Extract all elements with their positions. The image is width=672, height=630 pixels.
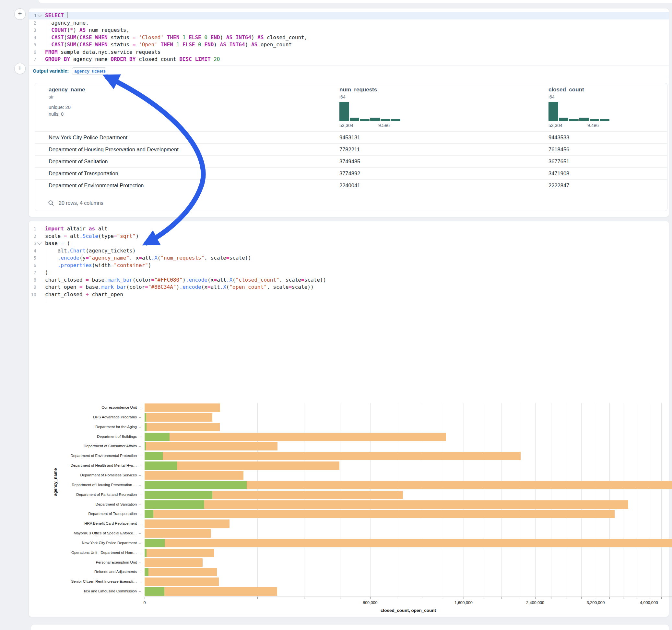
token: scale)) [229, 255, 251, 261]
text-cursor [67, 12, 67, 18]
y-tick [139, 476, 141, 476]
divider [29, 77, 669, 77]
code-line[interactable]: 4 CAST(SUM(CASE WHEN status = 'Closed' T… [29, 34, 669, 42]
token: (x [208, 277, 214, 283]
table-cell: 2240041 [339, 179, 360, 192]
token: chart_open [45, 284, 79, 290]
add-cell-button[interactable]: + [14, 8, 26, 20]
code-line[interactable]: 7GROUP BY agency_name ORDER BY closed_co… [29, 56, 669, 63]
code-line[interactable]: 2scale = alt.Scale(type="sqrt") [29, 233, 669, 240]
token: CAST [51, 42, 64, 48]
x-tick-label: 1,600,000 [455, 601, 473, 605]
token: status [107, 34, 133, 41]
sql-code-editor[interactable]: 1SELECT 2 agency_name,3 COUNT(*) AS num_… [29, 8, 669, 69]
stat-line: unique: 20 [49, 104, 85, 111]
token [136, 42, 139, 48]
chevron-down-icon[interactable] [37, 13, 42, 17]
add-cell-button[interactable]: + [14, 63, 26, 74]
token: (agency_tickets) [86, 248, 136, 254]
gridline [421, 403, 421, 597]
token: ) [136, 233, 139, 239]
output-variable-badge[interactable]: agency_tickets [72, 67, 106, 75]
x-tick [483, 597, 483, 599]
token: (type [98, 233, 114, 239]
column-header[interactable]: agency_namestrunique: 20nulls: 0 [49, 87, 85, 118]
code-line[interactable]: 5 CAST(SUM(CASE WHEN status = 'Open' THE… [29, 41, 669, 49]
x-tick [145, 597, 145, 599]
column-type: str [49, 94, 85, 99]
y-tick [139, 408, 141, 408]
token: = [114, 233, 117, 239]
category-label: Department of Homeless Services [80, 473, 137, 477]
code-line[interactable]: 10chart_closed + chart_open [29, 291, 669, 298]
code-line[interactable]: 1import altair as alt [29, 225, 669, 233]
table-cell: Department of Sanitation [49, 155, 108, 168]
code-line[interactable]: 3 COUNT(*) AS num_requests, [29, 27, 669, 34]
code-text: FROM sample_data.nyc.service_requests [42, 49, 161, 56]
code-line[interactable]: 3base = ( [29, 240, 669, 247]
token: ) [148, 262, 151, 268]
column-histogram [339, 102, 401, 121]
histogram-bar [370, 118, 380, 121]
token [92, 34, 95, 41]
token [179, 34, 183, 41]
code-line[interactable]: 9chart_open = base.mark_bar(color="#8BC3… [29, 284, 669, 291]
table-cell: 3774892 [339, 168, 360, 179]
code-line[interactable]: 5 .encode(y="agency_name", x=alt.X("num_… [29, 255, 669, 262]
category-label: Department of Sanitation [96, 502, 137, 506]
code-line[interactable]: 4 alt.Chart(agency_tickets) [29, 247, 669, 255]
table-row[interactable]: Department of Housing Preservation and D… [35, 143, 667, 155]
table-row[interactable]: Department of Sanitation37494853677651 [35, 155, 667, 168]
y-tick [139, 524, 141, 524]
code-line[interactable]: 2 agency_name, [29, 20, 669, 27]
token [45, 34, 51, 41]
code-line[interactable]: 8chart_closed = base.mark_bar(color="#FF… [29, 276, 669, 284]
code-text: import altair as alt [42, 225, 107, 233]
y-tick [139, 591, 141, 592]
previous-cell-edge [39, 0, 672, 3]
token [179, 42, 183, 48]
x-tick [397, 597, 397, 599]
token: ( [67, 27, 70, 33]
y-tick [139, 485, 141, 485]
token [208, 34, 211, 41]
token: scale)) [304, 277, 326, 283]
table-row[interactable]: New York City Police Department945313194… [35, 131, 667, 144]
python-code-editor[interactable]: 1import altair as alt2scale = alt.Scale(… [29, 221, 669, 303]
token: ) [176, 284, 179, 290]
chevron-down-icon[interactable] [37, 240, 42, 245]
line-number: 8 [29, 276, 42, 284]
x-tick [567, 597, 567, 599]
x-tick [661, 597, 662, 599]
table-row[interactable]: Department of Transportation377489234719… [35, 167, 667, 179]
column-header[interactable]: closed_counti64 [549, 87, 584, 99]
code-line[interactable]: 1SELECT [29, 12, 669, 20]
x-tick-label: 800,000 [363, 601, 377, 605]
token [233, 34, 236, 41]
code-line[interactable]: 6 .properties(width="container") [29, 262, 669, 269]
histogram-min: 53,304 [549, 123, 562, 128]
code-text: .properties(width="container") [42, 262, 151, 269]
token: LIMIT [195, 56, 210, 62]
histogram-bar [549, 102, 558, 121]
token: COUNT [51, 27, 67, 33]
gridline [535, 403, 535, 597]
y-tick [139, 495, 141, 495]
token: 'Closed' [139, 34, 164, 41]
code-line[interactable]: 6FROM sample_data.nyc.service_requests [29, 49, 669, 56]
bar-open [145, 461, 177, 470]
category-label: Department of Transportation [88, 512, 137, 516]
column-header[interactable]: num_requestsi64 [339, 87, 377, 99]
token: , scale [280, 277, 301, 283]
token: AS [251, 42, 257, 48]
token: , scale [204, 255, 226, 261]
x-tick [519, 597, 519, 599]
search-icon[interactable] [48, 200, 54, 206]
y-tick [139, 456, 141, 456]
token: WHEN [95, 42, 107, 48]
table-row[interactable]: Department of Environmental Protection22… [35, 179, 667, 192]
code-line[interactable]: 7) [29, 269, 669, 276]
token: closed_count, [264, 34, 307, 41]
y-tick [139, 553, 141, 553]
token [92, 42, 95, 48]
